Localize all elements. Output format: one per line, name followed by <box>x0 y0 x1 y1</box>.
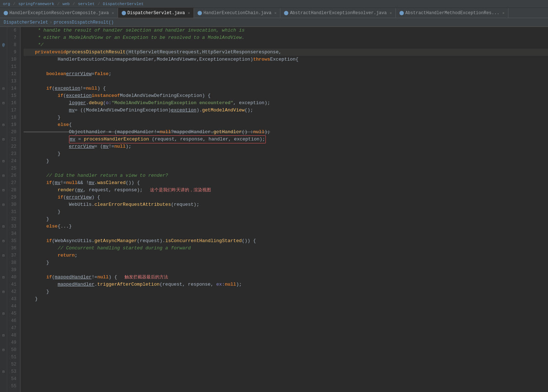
gutter-line19[interactable]: ⊟ <box>0 121 7 128</box>
code-line-20: Object handler = ( mappedHandler != null… <box>24 128 548 136</box>
gutter-line40[interactable]: ⊟ <box>0 274 7 281</box>
nav-item-dispatcherservlet: DispatcherServlet <box>103 2 143 6</box>
close-icon[interactable]: ✕ <box>274 11 276 15</box>
gutter-line15 <box>0 92 7 99</box>
gutter-line34 <box>0 230 7 237</box>
nav-item-servlet: servlet <box>78 2 94 6</box>
code-line-25 <box>24 165 548 172</box>
line-num-52: 52 <box>7 361 19 368</box>
code-line-32: } <box>24 216 548 223</box>
line-num-9: 9 <box>7 49 19 56</box>
line-num-22: 22 <box>7 143 19 150</box>
line-num-53: 53 <box>7 368 19 375</box>
line-num-45: 45 <box>7 310 19 317</box>
gutter-line42[interactable]: ⊟ <box>0 288 7 295</box>
gutter-line33[interactable]: ⊟ <box>0 223 7 230</box>
code-line-12: boolean errorView = false ; <box>24 70 548 78</box>
code-line-38: } <box>24 259 548 266</box>
line-num-17: 17 <box>7 107 19 114</box>
line-num-21: 21 <box>7 136 19 143</box>
gutter-line49 <box>0 339 7 346</box>
tab-handler-exception[interactable]: HandlerExceptionResolverComposite.java ✕ <box>0 8 118 18</box>
line-num-24: 24 <box>7 158 19 165</box>
code-line-8: */ <box>24 41 548 49</box>
gutter-line43 <box>0 295 7 303</box>
line-num-20: 20 <box>7 128 19 136</box>
code-line-36: // Concurrent handling started during a … <box>24 245 548 252</box>
line-num-27: 27 <box>7 179 19 187</box>
gutter-line14[interactable]: ⊟ <box>0 85 7 92</box>
tab-abstract-method[interactable]: AbstractHandlerMethodExceptionRes... ✕ <box>396 8 508 18</box>
code-line-23: } <box>24 150 548 158</box>
gutter-line28[interactable]: ⊟ <box>0 187 7 194</box>
line-num-43: 43 <box>7 295 19 303</box>
gutter-line30[interactable]: ⊟ <box>0 201 7 208</box>
gutter-line12 <box>0 70 7 78</box>
line-num-54: 54 <box>7 375 19 383</box>
gutter-line37[interactable]: ⊟ <box>0 252 7 259</box>
breadcrumb-class[interactable]: DispatcherServlet <box>4 20 48 25</box>
close-icon[interactable]: ✕ <box>502 11 504 15</box>
gutter-line31 <box>0 208 7 216</box>
gutter-line10 <box>0 56 7 63</box>
line-num-48: 48 <box>7 332 19 339</box>
gutter-line29 <box>0 194 7 201</box>
gutter-line41 <box>0 281 7 288</box>
gutter-line36 <box>0 245 7 252</box>
gutter-line20 <box>0 128 7 136</box>
gutter-line13 <box>0 78 7 85</box>
line-num-28: 28 <box>7 187 19 194</box>
code-line-10: HandlerExecutionChain mappedHandler, Mod… <box>24 56 548 63</box>
gutter-line18 <box>0 114 7 121</box>
code-line-30: WebUtils . clearErrorRequestAttributes (… <box>24 201 548 208</box>
tab-handler-execution[interactable]: HandlerExecutionChain.java ✕ <box>194 8 280 18</box>
close-icon[interactable]: ✕ <box>390 11 392 15</box>
code-line-11 <box>24 63 548 70</box>
line-num-13: 13 <box>7 78 19 85</box>
line-num-11: 11 <box>7 63 19 70</box>
nav-item-org: org <box>3 2 10 6</box>
code-area: @ ⊟ ⊟ ⊟ ⊟ ⊟ ⊟ ⊟ ⊟ ⊟ ⊟ <box>0 27 548 392</box>
cn-comment-render: 这个是我们昨天讲的，渲染视图 <box>150 187 211 194</box>
nav-item-springframework: springframework <box>18 2 54 6</box>
cn-comment-interceptor: 触发拦截器最后的方法 <box>125 274 168 281</box>
line-num-16: 16 <box>7 99 19 107</box>
line-num-23: 23 <box>7 150 19 158</box>
gutter-line21[interactable]: ⊟ <box>0 136 7 143</box>
gutter-line53[interactable]: ⊟ <box>0 368 7 375</box>
gutter-line8: @ <box>0 41 7 49</box>
code-line-27: if ( mv != null && ! mv . wasCleared ())… <box>24 179 548 187</box>
gutter-line48[interactable]: ⊟ <box>0 332 7 339</box>
gutter-line26[interactable]: ⊟ <box>0 172 7 179</box>
line-num-35: 35 <box>7 237 19 245</box>
line-num-50: 50 <box>7 346 19 354</box>
line-num-14: 14 <box>7 85 19 92</box>
breadcrumb-method[interactable]: processDispatchResult() <box>54 20 114 25</box>
breadcrumb: DispatcherServlet › processDispatchResul… <box>0 18 548 27</box>
gutter-line54 <box>0 375 7 383</box>
gutter-line24[interactable]: ⊟ <box>0 158 7 165</box>
gutter-line16[interactable]: ⊟ <box>0 99 7 107</box>
line-num-49: 49 <box>7 339 19 346</box>
line-numbers: 6 7 8 9 10 11 12 13 14 15 16 17 18 19 20… <box>7 27 20 392</box>
gutter-line6 <box>0 27 7 34</box>
code-line-16: logger . debug ( o: "ModelAndViewDefinin… <box>24 99 548 107</box>
line-num-29: 29 <box>7 194 19 201</box>
gutter-line52 <box>0 361 7 368</box>
code-content[interactable]: * handle the result of handler selection… <box>21 27 548 392</box>
tab-dispatcherservlet[interactable]: DispatcherServlet.java ✕ <box>118 8 194 18</box>
close-icon[interactable]: ✕ <box>112 11 114 15</box>
gutter-line45[interactable]: ⊟ <box>0 310 7 317</box>
line-num-6: 6 <box>7 27 19 34</box>
tab-abstract-handler[interactable]: AbstractHandlerExceptionResolver.java ✕ <box>280 8 395 18</box>
code-line-9: private void processDispatchResult ( Htt… <box>24 49 548 56</box>
gutter-line50[interactable]: ⊟ <box>0 346 7 354</box>
close-icon[interactable]: ✕ <box>188 11 190 15</box>
gutter-line9 <box>0 49 7 56</box>
nav-item-web: web <box>62 2 70 6</box>
code-line-14: if ( exception != null ) { <box>24 85 548 92</box>
gutter-line35[interactable]: ⊟ <box>0 237 7 245</box>
line-num-36: 36 <box>7 245 19 252</box>
line-num-30: 30 <box>7 201 19 208</box>
line-num-31: 31 <box>7 208 19 216</box>
